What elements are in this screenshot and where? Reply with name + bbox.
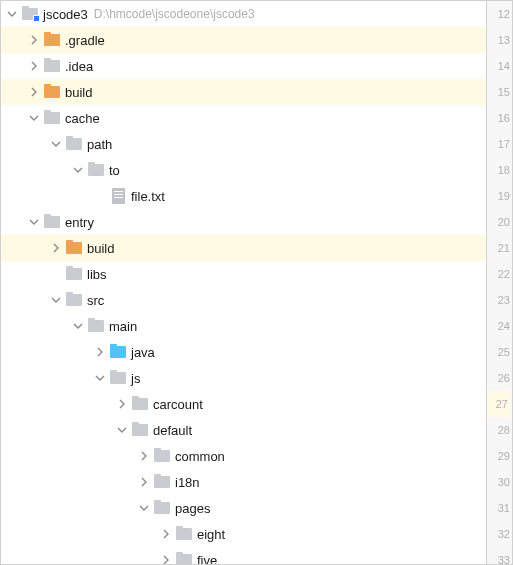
file-icon xyxy=(109,187,127,205)
chevron-right-icon[interactable] xyxy=(27,33,41,47)
folder-row[interactable]: eight xyxy=(1,521,486,547)
indent xyxy=(71,534,93,535)
indent xyxy=(27,170,49,171)
folder-row[interactable]: .gradle xyxy=(1,27,486,53)
chevron-down-icon[interactable] xyxy=(27,111,41,125)
indent xyxy=(71,456,93,457)
chevron-down-icon[interactable] xyxy=(49,293,63,307)
chevron-right-icon[interactable] xyxy=(137,449,151,463)
folder-row[interactable]: default xyxy=(1,417,486,443)
chevron-down-icon[interactable] xyxy=(5,7,19,21)
indent xyxy=(93,560,115,561)
indent xyxy=(5,508,27,509)
indent xyxy=(27,326,49,327)
folder-row[interactable]: src xyxy=(1,287,486,313)
item-label: build xyxy=(65,85,92,100)
folder-row[interactable]: common xyxy=(1,443,486,469)
indent xyxy=(27,560,49,561)
item-label: cache xyxy=(65,111,100,126)
indent xyxy=(71,508,93,509)
chevron-down-icon[interactable] xyxy=(49,137,63,151)
folder-row[interactable]: js xyxy=(1,365,486,391)
folder-row[interactable]: pages xyxy=(1,495,486,521)
folder-icon xyxy=(109,343,127,361)
folder-row[interactable]: to xyxy=(1,157,486,183)
item-label: .idea xyxy=(65,59,93,74)
chevron-right-icon[interactable] xyxy=(49,241,63,255)
chevron-right-icon[interactable] xyxy=(159,553,173,564)
indent xyxy=(27,430,49,431)
folder-icon xyxy=(153,447,171,465)
folder-row[interactable]: build xyxy=(1,235,486,261)
folder-icon xyxy=(65,239,83,257)
folder-row[interactable]: main xyxy=(1,313,486,339)
chevron-down-icon[interactable] xyxy=(137,501,151,515)
folder-icon xyxy=(65,265,83,283)
indent xyxy=(93,482,115,483)
indent xyxy=(27,248,49,249)
indent xyxy=(93,404,115,405)
folder-row[interactable]: java xyxy=(1,339,486,365)
folder-icon xyxy=(43,57,61,75)
indent xyxy=(5,92,27,93)
folder-row[interactable]: five xyxy=(1,547,486,564)
indent xyxy=(137,560,159,561)
chevron-right-icon[interactable] xyxy=(27,85,41,99)
line-number: 19 xyxy=(498,183,510,209)
item-label: main xyxy=(109,319,137,334)
chevron-down-icon[interactable] xyxy=(71,319,85,333)
line-number: 20 xyxy=(498,209,510,235)
item-label: file.txt xyxy=(131,189,165,204)
folder-row[interactable]: i18n xyxy=(1,469,486,495)
chevron-down-icon[interactable] xyxy=(27,215,41,229)
line-number: 33 xyxy=(498,547,510,565)
indent xyxy=(5,144,27,145)
item-label: entry xyxy=(65,215,94,230)
root-label: jscode3 xyxy=(43,7,88,22)
chevron-right-icon[interactable] xyxy=(93,345,107,359)
item-label: default xyxy=(153,423,192,438)
chevron-right-icon[interactable] xyxy=(27,59,41,73)
line-number: 25 xyxy=(498,339,510,365)
line-number: 15 xyxy=(498,79,510,105)
line-number: 31 xyxy=(498,495,510,521)
indent xyxy=(27,196,49,197)
project-tree[interactable]: jscode3D:\hmcode\jscodeone\jscode3.gradl… xyxy=(1,1,486,564)
folder-row[interactable]: cache xyxy=(1,105,486,131)
folder-icon xyxy=(175,525,193,543)
indent xyxy=(5,560,27,561)
folder-row[interactable]: carcount xyxy=(1,391,486,417)
item-label: js xyxy=(131,371,140,386)
folder-row[interactable]: libs xyxy=(1,261,486,287)
chevron-right-icon[interactable] xyxy=(137,475,151,489)
chevron-down-icon[interactable] xyxy=(93,371,107,385)
item-label: carcount xyxy=(153,397,203,412)
chevron-down-icon[interactable] xyxy=(115,423,129,437)
folder-icon xyxy=(87,317,105,335)
indent xyxy=(5,352,27,353)
indent xyxy=(5,66,27,67)
chevron-right-icon[interactable] xyxy=(115,397,129,411)
indent xyxy=(115,482,137,483)
indent xyxy=(49,404,71,405)
item-label: five xyxy=(197,553,217,565)
folder-icon xyxy=(87,161,105,179)
indent xyxy=(115,560,137,561)
folder-row[interactable]: build xyxy=(1,79,486,105)
indent xyxy=(49,508,71,509)
project-root-row[interactable]: jscode3D:\hmcode\jscodeone\jscode3 xyxy=(1,1,486,27)
folder-row[interactable]: path xyxy=(1,131,486,157)
folder-row[interactable]: entry xyxy=(1,209,486,235)
folder-icon xyxy=(65,135,83,153)
folder-icon xyxy=(153,499,171,517)
indent xyxy=(93,508,115,509)
chevron-right-icon[interactable] xyxy=(159,527,173,541)
chevron-down-icon[interactable] xyxy=(71,163,85,177)
indent xyxy=(27,144,49,145)
folder-row[interactable]: .idea xyxy=(1,53,486,79)
indent xyxy=(49,352,71,353)
indent xyxy=(5,40,27,41)
line-number: 16 xyxy=(498,105,510,131)
indent xyxy=(5,534,27,535)
file-row[interactable]: file.txt xyxy=(1,183,486,209)
